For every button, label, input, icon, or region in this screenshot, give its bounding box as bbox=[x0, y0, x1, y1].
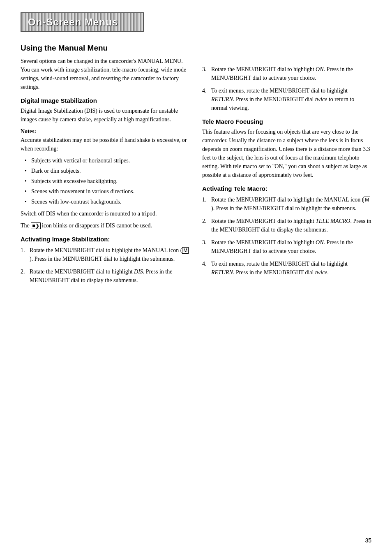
page-title: On-Screen Menus bbox=[28, 16, 136, 28]
dis-footer2-part1: The bbox=[21, 222, 31, 229]
step-1: 1. Rotate the MENU/BRIGHT dial to highli… bbox=[21, 246, 190, 263]
step-num: 2. bbox=[202, 217, 207, 225]
dis-icon: ■❯ bbox=[31, 222, 40, 229]
step-text: To exit menus, rotate the MENU/BRIGHT di… bbox=[211, 261, 348, 276]
step-text: Rotate the MENU/BRIGHT dial to highlight… bbox=[30, 247, 189, 262]
step-text: Rotate the MENU/BRIGHT dial to highlight… bbox=[211, 239, 353, 254]
step-num: 1. bbox=[21, 246, 25, 255]
tele-step-2: 2. Rotate the MENU/BRIGHT dial to highli… bbox=[202, 217, 371, 234]
intro-paragraph: Several options can be changed in the ca… bbox=[21, 57, 190, 91]
step-2: 2. Rotate the MENU/BRIGHT dial to highli… bbox=[21, 267, 190, 285]
page: On-Screen Menus Using the Manual Menu Se… bbox=[0, 0, 392, 556]
step-3: 3. Rotate the MENU/BRIGHT dial to highli… bbox=[202, 65, 371, 82]
main-heading: Using the Manual Menu bbox=[21, 44, 190, 53]
twice-italic-tele: twice bbox=[315, 269, 327, 276]
step-text: To exit menus, rotate the MENU/BRIGHT di… bbox=[211, 88, 354, 111]
page-number: 35 bbox=[365, 537, 371, 544]
step-num: 3. bbox=[202, 238, 207, 247]
step-num: 1. bbox=[202, 195, 207, 204]
activating-tele-heading: Activating Tele Macro: bbox=[202, 185, 371, 192]
manual-icon: M bbox=[182, 247, 189, 254]
list-item: Subjects with excessive backlighting. bbox=[25, 177, 190, 185]
step-4: 4. To exit menus, rotate the MENU/BRIGHT… bbox=[202, 86, 371, 112]
activating-heading: Activating Image Stabilization: bbox=[21, 236, 190, 243]
on-italic: ON bbox=[316, 66, 323, 72]
manual-icon-tele: M bbox=[364, 197, 370, 203]
tele-step-3: 3. Rotate the MENU/BRIGHT dial to highli… bbox=[202, 238, 371, 255]
tele-steps: 1. Rotate the MENU/BRIGHT dial to highli… bbox=[202, 195, 371, 277]
step-text: Rotate the MENU/BRIGHT dial to highlight… bbox=[211, 197, 370, 211]
notes-body: Accurate stabilization may not be possib… bbox=[21, 137, 187, 152]
list-item: Subjects with vertical or horizontal str… bbox=[25, 156, 190, 165]
tele-macro-heading: Tele Macro Focusing bbox=[202, 118, 371, 125]
step-num: 2. bbox=[21, 267, 25, 276]
dis-heading: Digital Image Stabilization bbox=[21, 97, 190, 104]
step-num: 4. bbox=[202, 86, 207, 95]
header-banner: On-Screen Menus bbox=[21, 12, 144, 32]
twice-italic: twice bbox=[315, 96, 327, 102]
bullet-list: Subjects with vertical or horizontal str… bbox=[25, 156, 190, 206]
content-area: Using the Manual Menu Several options ca… bbox=[21, 44, 371, 289]
return-italic: RETURN bbox=[211, 96, 233, 102]
left-column: Using the Manual Menu Several options ca… bbox=[21, 44, 190, 289]
right-column: 3. Rotate the MENU/BRIGHT dial to highli… bbox=[202, 44, 371, 289]
list-item: Scenes with low-contrast backgrounds. bbox=[25, 197, 190, 206]
return-italic-tele: RETURN bbox=[211, 269, 233, 276]
tele-step-4: 4. To exit menus, rotate the MENU/BRIGHT… bbox=[202, 259, 371, 277]
tele-macro-italic: TELE MACRO bbox=[316, 218, 350, 224]
dis-notes: Notes: Accurate stabilization may not be… bbox=[21, 127, 190, 153]
notes-label: Notes: bbox=[21, 128, 36, 134]
step-text: Rotate the MENU/BRIGHT dial to highlight… bbox=[211, 218, 371, 233]
dis-footer2: The ■❯ icon blinks or disappears if DIS … bbox=[21, 221, 190, 230]
step-num: 4. bbox=[202, 259, 207, 268]
continued-steps: 3. Rotate the MENU/BRIGHT dial to highli… bbox=[202, 65, 371, 112]
tele-step-1: 1. Rotate the MENU/BRIGHT dial to highli… bbox=[202, 195, 371, 213]
list-item: Scenes with movement in various directio… bbox=[25, 187, 190, 196]
tele-macro-body: This feature allows for focusing on obje… bbox=[202, 127, 371, 179]
dis-footer2-part2: icon blinks or disappears if DIS cannot … bbox=[41, 222, 152, 229]
step-num: 3. bbox=[202, 65, 207, 74]
activating-steps: 1. Rotate the MENU/BRIGHT dial to highli… bbox=[21, 246, 190, 285]
on-italic-tele: ON bbox=[316, 239, 323, 246]
list-item: Dark or dim subjects. bbox=[25, 167, 190, 175]
step-text: Rotate the MENU/BRIGHT dial to highlight… bbox=[211, 66, 353, 81]
dis-body1: Digital Image Stabilization (DIS) is use… bbox=[21, 107, 190, 124]
dis-footer1: Switch off DIS when the camcorder is mou… bbox=[21, 209, 190, 218]
dis-italic: DIS bbox=[134, 269, 143, 275]
step-text: Rotate the MENU/BRIGHT dial to highlight… bbox=[30, 269, 172, 283]
